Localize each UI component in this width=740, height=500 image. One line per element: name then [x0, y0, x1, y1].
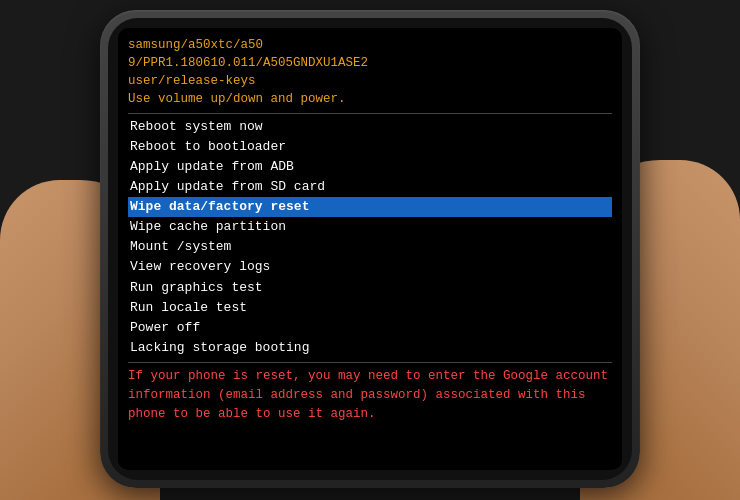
- menu-item-2[interactable]: Apply update from ADB: [128, 157, 612, 177]
- menu-item-6[interactable]: Mount /system: [128, 237, 612, 257]
- menu-item-0[interactable]: Reboot system now: [128, 117, 612, 137]
- header-line-2: 9/PPR1.180610.011/A505GNDXU1ASE2: [128, 54, 612, 72]
- scene: samsung/a50xtc/a50 9/PPR1.180610.011/A50…: [0, 0, 740, 500]
- menu-item-8[interactable]: Run graphics test: [128, 278, 612, 298]
- warning-section: If your phone is reset, you may need to …: [128, 362, 612, 423]
- menu-item-1[interactable]: Reboot to bootloader: [128, 137, 612, 157]
- header-line-3: user/release-keys: [128, 72, 612, 90]
- header-section: samsung/a50xtc/a50 9/PPR1.180610.011/A50…: [128, 36, 612, 109]
- menu-item-5[interactable]: Wipe cache partition: [128, 217, 612, 237]
- menu-list: Reboot system now Reboot to bootloader A…: [128, 117, 612, 359]
- menu-item-7[interactable]: View recovery logs: [128, 257, 612, 277]
- warning-text: If your phone is reset, you may need to …: [128, 367, 612, 423]
- header-divider: [128, 113, 612, 114]
- phone-screen: samsung/a50xtc/a50 9/PPR1.180610.011/A50…: [118, 28, 622, 470]
- screen-content: samsung/a50xtc/a50 9/PPR1.180610.011/A50…: [128, 36, 612, 462]
- header-line-1: samsung/a50xtc/a50: [128, 36, 612, 54]
- menu-item-3[interactable]: Apply update from SD card: [128, 177, 612, 197]
- header-line-4: Use volume up/down and power.: [128, 90, 612, 108]
- menu-item-11[interactable]: Lacking storage booting: [128, 338, 612, 358]
- menu-item-10[interactable]: Power off: [128, 318, 612, 338]
- menu-item-9[interactable]: Run locale test: [128, 298, 612, 318]
- menu-item-4-selected[interactable]: Wipe data/factory reset: [128, 197, 612, 217]
